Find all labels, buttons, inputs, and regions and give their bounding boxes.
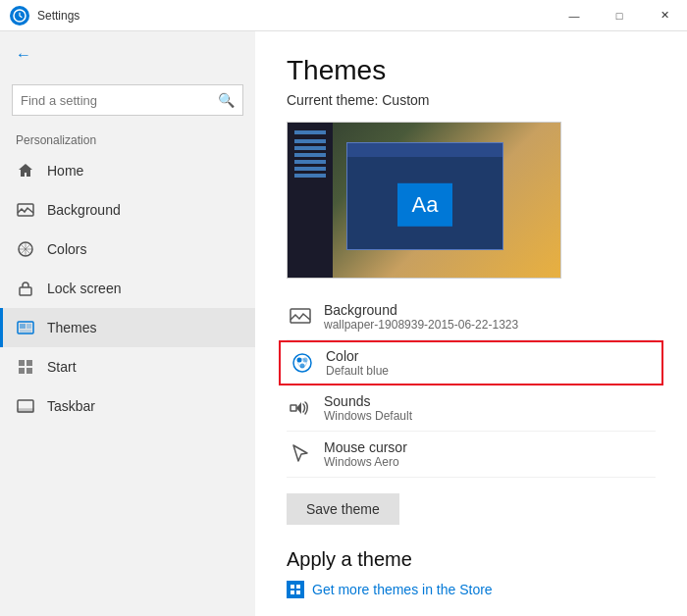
svg-rect-5 [20,324,26,329]
sidebar-section-personalization: Personalization [0,126,255,151]
window-title: Settings [37,9,552,23]
colors-icon [16,241,35,257]
minimize-button[interactable]: — [552,0,597,31]
mouse-cursor-detail-subtitle: Windows Aero [324,455,407,469]
sidebar-item-lock-screen[interactable]: Lock screen [0,269,255,308]
sounds-detail-icon [287,394,314,422]
sidebar: ← 🔍 Personalization Home Back [0,31,255,616]
svg-rect-9 [26,360,32,366]
store-link[interactable]: Get more themes in the Store [287,581,656,598]
background-icon [16,203,35,217]
color-detail-icon [289,349,316,377]
sidebar-item-colors[interactable]: Colors [0,230,255,269]
search-box[interactable]: 🔍 [12,84,243,116]
theme-details: Background wallpaper-1908939-2015-06-22-… [287,294,656,478]
store-link-label: Get more themes in the Store [312,582,493,597]
sidebar-item-start-label: Start [47,359,77,375]
svg-rect-3 [20,287,31,295]
sidebar-item-themes-label: Themes [47,320,97,335]
themes-icon [16,321,35,334]
svg-rect-23 [296,590,300,594]
search-icon: 🔍 [218,92,235,108]
theme-detail-mouse-cursor[interactable]: Mouse cursor Windows Aero [287,432,656,478]
mouse-cursor-detail-title: Mouse cursor [324,439,407,455]
svg-rect-19 [291,405,296,411]
sidebar-item-themes[interactable]: Themes [0,308,255,347]
start-icon [16,359,35,375]
lock-screen-icon [16,281,35,296]
sidebar-item-colors-label: Colors [47,241,86,257]
svg-rect-21 [296,585,300,589]
color-detail-subtitle: Default blue [326,364,389,378]
save-theme-button[interactable]: Save theme [287,493,399,525]
sidebar-item-start[interactable]: Start [0,347,255,386]
svg-rect-8 [19,360,25,366]
svg-rect-20 [291,585,294,589]
search-input[interactable] [21,93,218,108]
back-arrow-icon: ← [16,46,31,64]
preview-taskbar [288,123,333,278]
background-detail-title: Background [324,302,518,318]
sidebar-item-background-label: Background [47,202,121,218]
sounds-detail-title: Sounds [324,393,412,409]
sidebar-item-home-label: Home [47,163,83,179]
preview-window: Aa [346,142,503,250]
sidebar-item-taskbar-label: Taskbar [47,398,95,414]
taskbar-icon [16,399,35,413]
theme-detail-sounds[interactable]: Sounds Windows Default [287,385,656,432]
theme-detail-color[interactable]: Color Default blue [279,340,663,385]
sidebar-item-lock-screen-label: Lock screen [47,281,121,296]
preview-aa-label: Aa [397,183,452,227]
svg-rect-13 [18,409,33,412]
sounds-detail-subtitle: Windows Default [324,409,412,423]
titlebar: Settings — □ ✕ [0,0,687,31]
theme-preview: Aa [287,122,561,279]
maximize-button[interactable]: □ [597,0,642,31]
apply-theme-title: Apply a theme [287,548,656,571]
theme-detail-background[interactable]: Background wallpaper-1908939-2015-06-22-… [287,294,656,340]
mouse-cursor-detail-icon [287,440,314,468]
current-theme-label: Current theme: Custom [287,92,656,108]
store-icon [287,581,304,598]
main-content: Themes Current theme: Custom Aa [255,31,687,616]
svg-rect-11 [26,368,32,374]
app-icon [10,6,29,26]
color-detail-title: Color [326,348,389,364]
svg-rect-10 [19,368,25,374]
sidebar-item-home[interactable]: Home [0,151,255,190]
home-icon [16,163,35,179]
background-detail-icon [287,303,314,331]
close-button[interactable]: ✕ [642,0,687,31]
sidebar-item-background[interactable]: Background [0,190,255,230]
back-button[interactable]: ← [0,31,255,78]
svg-rect-22 [291,590,294,594]
window-controls: — □ ✕ [552,0,687,31]
svg-point-15 [293,354,311,372]
svg-rect-7 [20,330,31,333]
svg-rect-6 [26,324,31,329]
page-title: Themes [287,55,656,86]
sidebar-item-taskbar[interactable]: Taskbar [0,386,255,426]
background-detail-subtitle: wallpaper-1908939-2015-06-22-1323 [324,318,518,332]
